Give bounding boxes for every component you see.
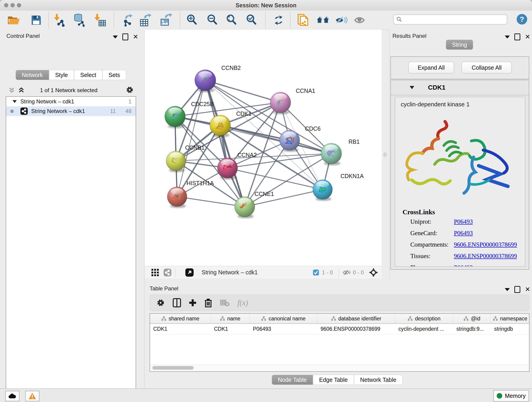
help-icon[interactable]: ? bbox=[517, 14, 527, 25]
network-edge[interactable] bbox=[228, 168, 323, 190]
add-column-icon[interactable] bbox=[189, 299, 196, 307]
column-header-namespace[interactable]: namespace bbox=[491, 314, 529, 323]
section-collapse-icon[interactable] bbox=[409, 85, 415, 89]
network-node-ccna2[interactable] bbox=[217, 158, 238, 180]
network-node-rb1[interactable] bbox=[321, 143, 342, 166]
node-description: cyclin-dependent kinase 1 bbox=[401, 101, 525, 108]
home-view-icon[interactable] bbox=[317, 13, 330, 27]
collapse-all-networks-icon[interactable] bbox=[18, 87, 25, 94]
tab-sets[interactable]: Sets bbox=[102, 70, 126, 80]
cloud-button[interactable] bbox=[5, 391, 19, 401]
network-node-cdk1[interactable] bbox=[210, 115, 230, 137]
tab-string[interactable]: String bbox=[446, 40, 473, 50]
column-header-database-identifier[interactable]: database identifier bbox=[317, 314, 395, 323]
table-cell[interactable]: cyclin-dependent ... bbox=[395, 324, 453, 334]
export-network-icon[interactable] bbox=[121, 13, 134, 27]
table-panel-float-icon[interactable] bbox=[514, 286, 520, 293]
tab-node-table[interactable]: Node Table bbox=[272, 375, 313, 385]
results-panel-float-icon[interactable] bbox=[514, 33, 520, 40]
control-panel-float-icon[interactable] bbox=[122, 33, 128, 40]
column-header-description[interactable]: description bbox=[395, 314, 453, 323]
table-cell[interactable]: P06493 bbox=[250, 324, 317, 334]
crosslink-uniprot[interactable]: P06493 bbox=[454, 218, 473, 225]
table-cell[interactable]: stringdb:9... bbox=[453, 324, 491, 334]
column-header--id[interactable]: @id bbox=[453, 314, 491, 323]
network-node-hist1h1a[interactable] bbox=[167, 187, 187, 208]
selected-items-checkbox-icon[interactable] bbox=[313, 269, 319, 276]
expand-all-button[interactable]: Expand All bbox=[408, 62, 454, 74]
open-file-icon[interactable] bbox=[7, 13, 21, 27]
zoom-selected-icon[interactable] bbox=[245, 13, 259, 27]
detach-view-icon[interactable] bbox=[185, 268, 194, 277]
export-table-icon[interactable] bbox=[139, 13, 152, 27]
scrollbar-thumb[interactable] bbox=[152, 366, 194, 370]
crosslink-pharos[interactable]: P06493 bbox=[454, 264, 473, 267]
collapse-all-button[interactable]: Collapse All bbox=[462, 62, 512, 74]
table-cell[interactable]: stringdb bbox=[491, 324, 529, 334]
tab-select[interactable]: Select bbox=[74, 70, 102, 80]
tab-network-table[interactable]: Network Table bbox=[354, 375, 403, 385]
tab-edge-table[interactable]: Edge Table bbox=[313, 375, 354, 385]
results-panel-close-icon[interactable]: ✕ bbox=[525, 34, 530, 40]
table-panel-close-icon[interactable]: ✕ bbox=[525, 287, 530, 292]
hide-unhide-icon[interactable] bbox=[335, 13, 348, 27]
warnings-button[interactable] bbox=[25, 391, 39, 401]
vertical-splitter-handle[interactable] bbox=[384, 153, 386, 157]
column-header-shared-name[interactable]: shared name bbox=[150, 314, 211, 323]
network-options-gear-icon[interactable] bbox=[126, 86, 134, 94]
zoom-out-icon[interactable] bbox=[206, 13, 219, 27]
birds-eye-navigate-icon[interactable] bbox=[369, 268, 378, 277]
network-collection-row[interactable]: String Network – cdk1 1 bbox=[6, 97, 136, 106]
tab-network[interactable]: Network bbox=[16, 70, 49, 80]
network-node-cdc25b[interactable] bbox=[165, 106, 185, 128]
export-image-icon[interactable] bbox=[159, 13, 172, 27]
control-panel-close-icon[interactable]: ✕ bbox=[133, 34, 138, 40]
crosslink-genecard[interactable]: P06493 bbox=[454, 230, 473, 237]
control-panel-menu-icon[interactable] bbox=[113, 36, 118, 38]
table-row[interactable]: CDK1CDK1P064939606.ENSP00000378699cyclin… bbox=[150, 324, 529, 334]
network-node-cdc6[interactable] bbox=[279, 130, 300, 152]
results-panel-menu-icon[interactable] bbox=[505, 36, 510, 38]
node-section-header[interactable]: CDK1 bbox=[391, 80, 529, 95]
crosslink-tissues[interactable]: 9606.ENSP00000378699 bbox=[454, 253, 517, 260]
memory-button[interactable]: Memory bbox=[493, 390, 529, 402]
table-panel-menu-icon[interactable] bbox=[505, 288, 510, 291]
network-view-mode-icon[interactable] bbox=[163, 268, 172, 277]
show-graphics-icon[interactable] bbox=[354, 13, 367, 27]
network-canvas[interactable]: CCNB2CCNA1CDC25BCDK1CDC6RB1CCNB1CCNA2CDK… bbox=[144, 30, 382, 266]
save-session-icon[interactable] bbox=[30, 13, 43, 27]
table-cell[interactable]: 9606.ENSP00000378699 bbox=[317, 324, 395, 334]
network-edge[interactable] bbox=[205, 80, 280, 102]
column-header-name[interactable]: name bbox=[211, 314, 250, 323]
table-options-gear-icon[interactable] bbox=[156, 298, 165, 307]
network-node-ccne1[interactable] bbox=[234, 197, 255, 218]
toolbar-separator bbox=[114, 12, 114, 28]
column-header-canonical-name[interactable]: canonical name bbox=[250, 314, 317, 323]
import-network-icon[interactable] bbox=[53, 13, 66, 27]
table-cell[interactable]: CDK1 bbox=[150, 324, 211, 334]
delete-column-icon[interactable] bbox=[204, 298, 212, 307]
crosslinks-heading: CrossLinks bbox=[403, 208, 525, 216]
network-view-toolbar: String Network – cdk1 1 - 0 0 - 0 bbox=[144, 266, 382, 279]
collection-count: 1 bbox=[128, 98, 132, 105]
refresh-icon[interactable] bbox=[272, 13, 285, 27]
network-node-cdkn1a[interactable] bbox=[313, 180, 332, 201]
network-row[interactable]: String Network – cdk1 11 48 bbox=[6, 106, 136, 116]
grid-view-icon[interactable] bbox=[151, 268, 159, 277]
crosslink-compartments[interactable]: 9606.ENSP00000378699 bbox=[454, 241, 517, 248]
zoom-in-icon[interactable] bbox=[186, 13, 199, 27]
import-network-from-database-icon[interactable] bbox=[73, 13, 86, 27]
import-table-icon[interactable] bbox=[93, 13, 107, 27]
table-cell[interactable]: CDK1 bbox=[211, 324, 250, 334]
show-columns-icon[interactable] bbox=[173, 298, 181, 307]
expand-all-networks-icon[interactable] bbox=[8, 87, 15, 94]
network-node-ccnb1[interactable] bbox=[166, 151, 186, 172]
zoom-fit-icon[interactable] bbox=[225, 13, 239, 27]
tab-style[interactable]: Style bbox=[49, 70, 74, 80]
collection-expand-icon[interactable] bbox=[12, 100, 17, 103]
table-horizontal-scrollbar[interactable] bbox=[151, 365, 529, 371]
node-label-cdc25b: CDC25B bbox=[191, 101, 214, 107]
table-panel-title: Table Panel bbox=[150, 285, 178, 292]
duplicate-network-icon[interactable] bbox=[297, 13, 310, 27]
search-input[interactable] bbox=[402, 16, 500, 23]
